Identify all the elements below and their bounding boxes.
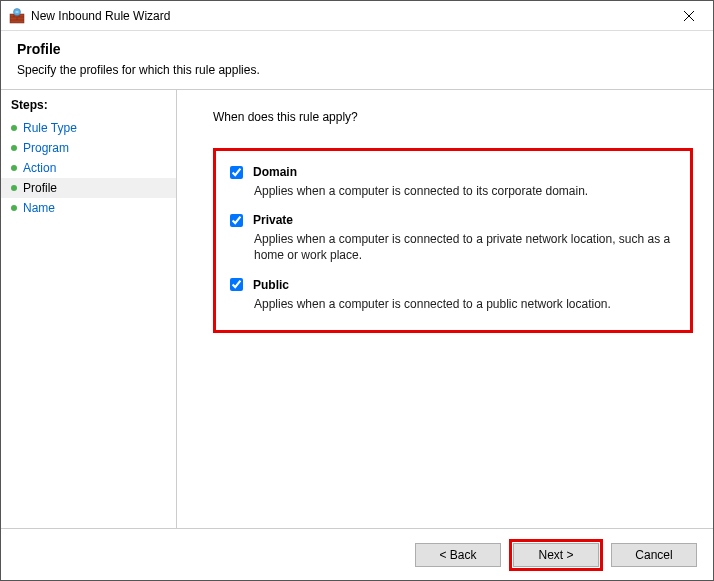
private-description: Applies when a computer is connected to … bbox=[254, 231, 676, 263]
question-text: When does this rule apply? bbox=[213, 110, 693, 124]
private-checkbox[interactable] bbox=[230, 214, 243, 227]
public-description: Applies when a computer is connected to … bbox=[254, 296, 676, 312]
cancel-button[interactable]: Cancel bbox=[611, 543, 697, 567]
public-label: Public bbox=[253, 278, 289, 292]
step-bullet-icon bbox=[11, 185, 17, 191]
step-label: Program bbox=[23, 141, 69, 155]
page-header: Profile Specify the profiles for which t… bbox=[1, 31, 713, 90]
private-label: Private bbox=[253, 213, 293, 227]
step-bullet-icon bbox=[11, 145, 17, 151]
profile-public: Public Applies when a computer is connec… bbox=[230, 278, 676, 312]
domain-description: Applies when a computer is connected to … bbox=[254, 183, 676, 199]
next-button[interactable]: Next > bbox=[513, 543, 599, 567]
step-bullet-icon bbox=[11, 205, 17, 211]
titlebar: New Inbound Rule Wizard bbox=[1, 1, 713, 31]
public-checkbox[interactable] bbox=[230, 278, 243, 291]
step-profile[interactable]: Profile bbox=[1, 178, 176, 198]
step-program[interactable]: Program bbox=[1, 138, 176, 158]
wizard-window: New Inbound Rule Wizard Profile Specify … bbox=[0, 0, 714, 581]
step-bullet-icon bbox=[11, 125, 17, 131]
window-title: New Inbound Rule Wizard bbox=[31, 9, 669, 23]
footer: < Back Next > Cancel bbox=[1, 528, 713, 580]
step-label: Rule Type bbox=[23, 121, 77, 135]
firewall-icon bbox=[9, 8, 25, 24]
steps-sidebar: Steps: Rule Type Program Action Profile … bbox=[1, 90, 177, 528]
page-title: Profile bbox=[17, 41, 697, 57]
back-button[interactable]: < Back bbox=[415, 543, 501, 567]
body: Steps: Rule Type Program Action Profile … bbox=[1, 90, 713, 528]
next-highlight: Next > bbox=[509, 539, 603, 571]
profiles-group: Domain Applies when a computer is connec… bbox=[213, 148, 693, 333]
main-panel: When does this rule apply? Domain Applie… bbox=[177, 90, 713, 528]
domain-checkbox[interactable] bbox=[230, 166, 243, 179]
step-action[interactable]: Action bbox=[1, 158, 176, 178]
step-label: Name bbox=[23, 201, 55, 215]
close-button[interactable] bbox=[669, 2, 709, 30]
step-rule-type[interactable]: Rule Type bbox=[1, 118, 176, 138]
step-label: Action bbox=[23, 161, 56, 175]
profile-private: Private Applies when a computer is conne… bbox=[230, 213, 676, 263]
step-name[interactable]: Name bbox=[1, 198, 176, 218]
steps-heading: Steps: bbox=[1, 98, 176, 118]
profile-domain: Domain Applies when a computer is connec… bbox=[230, 165, 676, 199]
page-subtitle: Specify the profiles for which this rule… bbox=[17, 63, 697, 77]
step-bullet-icon bbox=[11, 165, 17, 171]
step-label: Profile bbox=[23, 181, 57, 195]
close-icon bbox=[684, 11, 694, 21]
domain-label: Domain bbox=[253, 165, 297, 179]
